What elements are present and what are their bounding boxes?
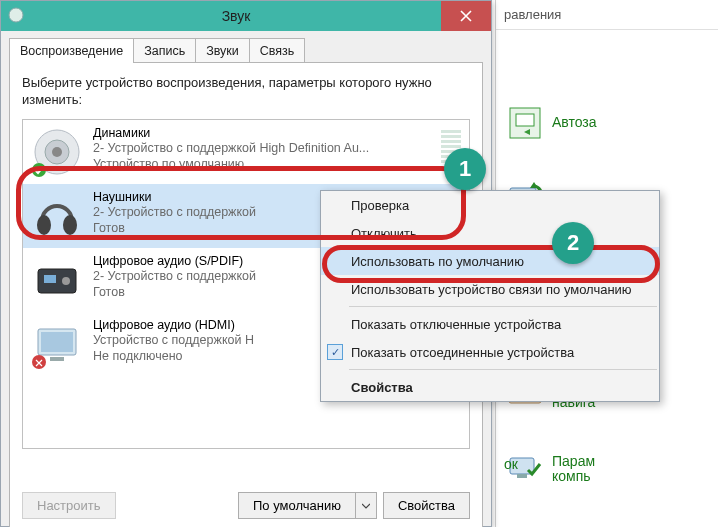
svg-point-15: [52, 147, 62, 157]
tab-recording[interactable]: Запись: [133, 38, 196, 63]
default-button[interactable]: По умолчанию: [238, 492, 356, 519]
bg-titlebar: равления: [496, 0, 718, 30]
annotation-badge-1: 1: [444, 148, 486, 190]
svg-rect-23: [41, 332, 73, 352]
svg-rect-1: [516, 114, 534, 126]
bg-item-label: Парам компь: [552, 454, 595, 485]
tab-playback[interactable]: Воспроизведение: [9, 38, 134, 63]
svg-point-21: [62, 277, 70, 285]
svg-point-12: [9, 8, 23, 22]
configure-button[interactable]: Настроить: [22, 492, 116, 519]
ctx-set-default[interactable]: Использовать по умолчанию: [321, 247, 659, 275]
ctx-label: Показать отсоединенные устройства: [351, 345, 574, 360]
check-icon: ✓: [327, 344, 343, 360]
optical-icon: [31, 254, 83, 306]
close-button[interactable]: [441, 1, 491, 31]
svg-point-16: [32, 163, 46, 177]
device-text: Динамики 2- Устройство с поддержкой High…: [93, 126, 427, 173]
device-sub1: 2- Устройство с поддержкой High Definiti…: [93, 141, 427, 157]
context-menu: Проверка Отключить Использовать по умолч…: [320, 190, 660, 402]
ctx-separator: [349, 306, 657, 307]
desktop-root: равления indows Автоза Восста Панел нави…: [0, 0, 718, 527]
ctx-test[interactable]: Проверка: [321, 191, 659, 219]
bg-item-label: Автоза: [552, 115, 597, 130]
ctx-show-disabled[interactable]: Показать отключенные устройства: [321, 310, 659, 338]
program-icon: [508, 106, 542, 140]
window-title: Звук: [31, 8, 441, 24]
chevron-down-icon: [362, 502, 370, 510]
svg-rect-24: [50, 357, 64, 361]
titlebar[interactable]: Звук: [1, 1, 491, 31]
device-name: Динамики: [93, 126, 427, 142]
headphones-icon: [31, 190, 83, 242]
bg-title-fragment: равления: [504, 7, 561, 22]
default-caret[interactable]: [356, 492, 377, 519]
bottom-buttons: Настроить По умолчанию Свойства: [22, 492, 470, 519]
sound-window-icon: [1, 7, 31, 26]
device-sub2: Устройство по умолчанию: [93, 157, 427, 173]
svg-rect-19: [38, 269, 76, 293]
tab-strip: Воспроизведение Запись Звуки Связь: [1, 31, 491, 62]
svg-point-18: [63, 215, 77, 235]
svg-marker-5: [530, 182, 538, 188]
svg-point-25: [32, 355, 46, 369]
bg-item-autorun[interactable]: Автоза: [498, 100, 708, 146]
ctx-separator: [349, 369, 657, 370]
svg-point-17: [37, 215, 51, 235]
svg-rect-20: [44, 275, 56, 283]
properties-button[interactable]: Свойства: [383, 492, 470, 519]
speaker-icon: [31, 126, 83, 178]
close-icon: [460, 10, 472, 22]
default-split-button[interactable]: По умолчанию: [238, 492, 377, 519]
ctx-set-comm-default[interactable]: Использовать устройство связи по умолчан…: [321, 275, 659, 303]
bg-item-ok: ок: [504, 456, 518, 472]
bg-item-params[interactable]: Парам компь: [498, 446, 708, 492]
svg-rect-11: [517, 474, 527, 478]
tab-communications[interactable]: Связь: [249, 38, 306, 63]
annotation-badge-2: 2: [552, 222, 594, 264]
monitor-icon: [31, 318, 83, 370]
instruction-text: Выберите устройство воспроизведения, пар…: [22, 75, 470, 109]
device-speakers[interactable]: Динамики 2- Устройство с поддержкой High…: [23, 120, 469, 184]
ctx-disable[interactable]: Отключить: [321, 219, 659, 247]
tab-sounds[interactable]: Звуки: [195, 38, 250, 63]
ctx-show-disconnected[interactable]: ✓ Показать отсоединенные устройства: [321, 338, 659, 366]
ctx-properties[interactable]: Свойства: [321, 373, 659, 401]
